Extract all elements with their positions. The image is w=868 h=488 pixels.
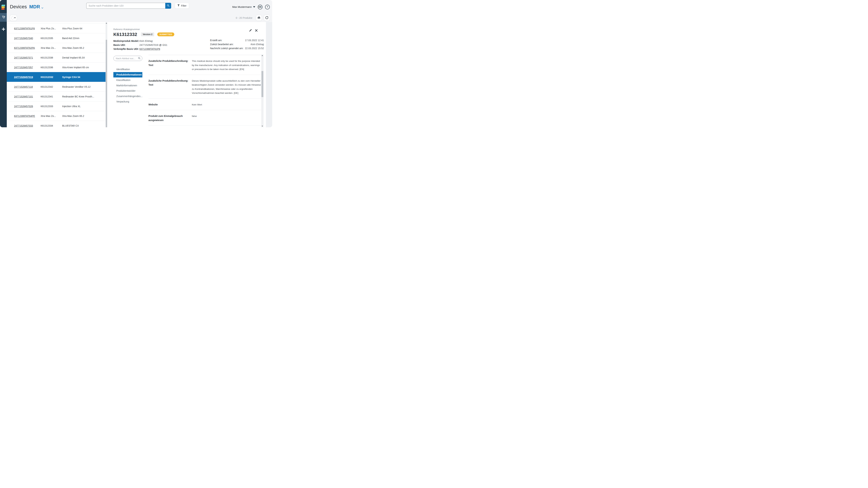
cloud-download-icon [257, 16, 260, 20]
udi-link[interactable]: 24771528457019 [7, 76, 41, 79]
meta-label: Nachricht zuletzt gesendet am: [210, 47, 245, 50]
list-scrollbar[interactable] [105, 22, 107, 127]
page-title: Devices MDR [10, 4, 43, 9]
detail-panel: Referenz-/Katalognummer K61312332 Versio… [107, 22, 266, 127]
pencil-icon [249, 29, 252, 33]
attribute-nav-item[interactable]: Produktinformationen [113, 72, 142, 78]
product-list-rows: 63712399TAT61P8 Xtra Plus Zo... Xtra Plu… [7, 24, 105, 127]
main-area: Devices MDR [7, 0, 272, 127]
reference-cell: K61312342 [41, 86, 62, 88]
product-name-cell: Xtra Knee Implant 65 cm [62, 66, 105, 69]
udi-link[interactable]: 24771528457118 [7, 86, 41, 88]
meta-value: 17.03.2022 12:41 [245, 39, 264, 42]
udi-link[interactable]: 24771528457101 [7, 95, 41, 98]
meta-row: Erstellt am: 17.03.2022 12:41 [210, 38, 264, 42]
close-button[interactable] [255, 29, 258, 33]
attribute-nav-item[interactable]: Identifikation [113, 67, 142, 72]
table-row[interactable]: 63712399TAT61P8 Xtra Plus Zo... Xtra Plu… [7, 24, 105, 33]
company-logo[interactable] [1, 5, 5, 10]
attribute-nav-item[interactable]: Klassifikation [113, 78, 142, 83]
help-button[interactable]: ? [265, 5, 270, 9]
reference-cell: Xtra Max Zo... [41, 115, 62, 117]
filter-button[interactable]: Filter [175, 3, 189, 9]
checkbox-icon [11, 17, 13, 20]
download-button[interactable] [256, 15, 262, 21]
attribute-sidebar: Identifikation Produktinformationen Klas… [113, 56, 142, 126]
attribute-search [113, 56, 142, 61]
reference-cell: Xtra Max Zo... [41, 47, 62, 49]
user-menu[interactable]: Max Mustermann [232, 5, 255, 8]
table-row[interactable]: 24771528457071 K61312338 Dental Implant … [7, 53, 105, 62]
attribute-nav-item[interactable]: Zusammenhängendes... [113, 94, 142, 99]
table-row[interactable]: 24771528457040 K61312335 Band Aid 22mm [7, 33, 105, 43]
scroll-up-icon[interactable] [261, 55, 263, 56]
sidebar-item-add[interactable] [0, 25, 7, 33]
product-name-cell: Syringe CXA 54 [62, 76, 105, 79]
table-row[interactable]: 63712399TAT62PA Xtra Max Zo... Xtra Max … [7, 43, 105, 53]
catalog-number-row: K61312332 Version 2 SUBMITTED [113, 32, 266, 37]
reference-cell: K61312335 [41, 37, 62, 39]
language-button[interactable]: DE [258, 5, 262, 9]
reference-cell: K61312332 [41, 76, 62, 79]
table-row[interactable]: 24771528457019 K61312332 Syringe CXA 54 [7, 72, 105, 82]
scroll-up-icon[interactable] [106, 23, 107, 24]
scroll-down-icon[interactable] [261, 126, 263, 127]
search-button[interactable] [165, 3, 171, 9]
logo-bar-teal [1, 5, 5, 6]
list-scrollbar-thumb[interactable] [106, 40, 107, 127]
detail-scrollbar-thumb[interactable] [261, 71, 264, 97]
udi-link[interactable]: 24771528457026 [7, 105, 41, 108]
title-devices: Devices [10, 4, 27, 9]
edit-button[interactable] [249, 29, 252, 33]
table-row[interactable]: 63712399TAT64PE Xtra Max Zo... Xtra Max … [7, 111, 105, 121]
sidebar-item-devices[interactable] [0, 13, 7, 22]
table-row[interactable]: 24771528457118 K61312342 Redmaster Venti… [7, 82, 105, 92]
status-badge: SUBMITTED [157, 32, 174, 36]
udi-link[interactable]: 24771528457033 [7, 124, 41, 127]
udi-link[interactable]: 63712399TAT61P8 [7, 27, 41, 30]
toolbar-right: 0 - 20 Produkte [236, 15, 270, 21]
table-row[interactable]: 24771528457057 K61312336 Xtra Knee Impla… [7, 62, 105, 72]
attribute-nav-item[interactable]: Produktentwickler [113, 88, 142, 94]
attribute-value: Dieses Medizinprodukt sollte ausschließl… [192, 79, 261, 95]
attribute-content: Zusätzliche Produktbeschreibung: Text Th… [148, 55, 261, 126]
udi-link[interactable]: 24771528457040 [7, 37, 41, 39]
caret-down-icon [253, 6, 255, 8]
search-input[interactable] [86, 3, 165, 9]
table-row[interactable]: 24771528457026 K61312333 Injection Ultra… [7, 101, 105, 111]
meta-value: 22.03.2022 15:52 [245, 47, 264, 50]
product-name-cell: BLUESTAR CX [62, 124, 105, 127]
detail-info: Medizinproduk Model: Kein Eintrag Basis … [113, 39, 266, 51]
result-count: 0 - 20 Produkte [236, 17, 252, 19]
reference-cell: K61312341 [41, 95, 62, 98]
meta-row: Nachricht zuletzt gesendet am: 22.03.202… [210, 46, 264, 50]
udi-link[interactable]: 24771528457057 [7, 66, 41, 69]
attribute-nav-item[interactable]: Marktinformationen [113, 83, 142, 88]
product-name-cell: Dental Implant 65.3X [62, 56, 105, 59]
attribute-label: Produkt zum Einmalgebrauch ausgewiesen [148, 114, 192, 122]
product-name-cell: Xtra Plus Zoom 64 [62, 27, 105, 30]
select-all-button[interactable] [10, 15, 17, 21]
module-selector[interactable]: MDR [29, 4, 40, 9]
field-value: Kein Eintrag [140, 39, 153, 42]
detail-meta: Erstellt am: 17.03.2022 12:41 Zuletzt be… [210, 38, 264, 50]
udi-link[interactable]: 63712399TAT62PA [7, 47, 41, 49]
table-row[interactable]: 24771528457033 K61312334 BLUESTAR CX [7, 121, 105, 127]
product-name-cell: Redmaster Ventiltor V5.12 [62, 86, 105, 88]
detail-scrollbar[interactable] [261, 54, 264, 127]
refresh-button[interactable] [264, 15, 270, 21]
meta-label: Erstellt am: [210, 39, 245, 42]
attribute-value: Kein Wert [192, 103, 261, 107]
product-search [86, 3, 171, 9]
filter-label: Filter [181, 4, 186, 7]
attribute-nav: Identifikation Produktinformationen Klas… [113, 67, 142, 104]
field-label: Medizinproduk Model: [113, 39, 140, 42]
reference-label: Referenz-/Katalognummer [113, 28, 266, 31]
udi-link[interactable]: 63712399TAT64PE [7, 115, 41, 117]
attribute-nav-item[interactable]: Verpackung [113, 99, 142, 104]
attribute-row: Zusätzliche Produktbeschreibung: Text Th… [148, 55, 261, 75]
chevron-down-icon[interactable] [41, 6, 43, 9]
meta-row: Zuletzt bearbeitet am: Kein Eintrag [210, 42, 264, 46]
udi-link[interactable]: 24771528457071 [7, 56, 41, 59]
table-row[interactable]: 24771528457101 K61312341 Redmaster BC Kn… [7, 92, 105, 101]
